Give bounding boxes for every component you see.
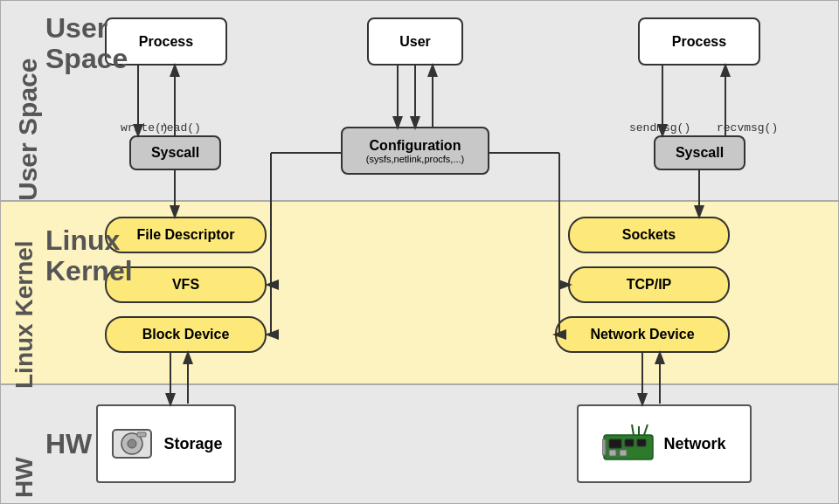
svg-line-12 — [644, 425, 648, 435]
process-right-label: Process — [672, 34, 726, 50]
user-space-label-text: UserSpace — [45, 13, 107, 74]
network-device-label: Network Device — [590, 327, 694, 342]
network-label: Network — [663, 435, 725, 453]
network-icon — [602, 422, 655, 466]
block-device-label: Block Device — [142, 327, 230, 342]
sockets-label: Sockets — [622, 227, 676, 243]
svg-rect-3 — [137, 432, 146, 437]
network-device-box: Network Device — [555, 316, 730, 353]
vfs-label: VFS — [172, 277, 199, 293]
storage-label: Storage — [163, 435, 222, 453]
network-box: Network — [577, 404, 752, 483]
syscall-left-box: Syscall — [129, 135, 221, 170]
process-right-box: Process — [638, 17, 760, 66]
syscall-right-box: Syscall — [654, 135, 745, 170]
svg-point-2 — [128, 439, 136, 448]
user-center-label: User — [399, 34, 431, 50]
storage-icon — [109, 421, 155, 466]
configuration-label: Configuration — [370, 138, 461, 154]
configuration-content: Configuration (sysfs,netlink,procfs,...) — [366, 138, 464, 164]
file-descriptor-label: File Descriptor — [136, 227, 234, 243]
svg-rect-7 — [637, 439, 646, 446]
syscall-right-label: Syscall — [676, 145, 724, 161]
kernel-label-text: LinuxKernel — [45, 225, 107, 287]
diagram: User Space Linux Kernel HW Process User … — [0, 0, 839, 504]
configuration-box: Configuration (sysfs,netlink,procfs,...) — [341, 127, 489, 175]
tcp-ip-label: TCP/IP — [627, 277, 672, 293]
block-device-box: Block Device — [105, 316, 267, 353]
svg-rect-9 — [620, 450, 627, 456]
svg-line-13 — [632, 425, 634, 435]
syscall-left-label: Syscall — [151, 145, 199, 161]
process-left-label: Process — [139, 34, 193, 50]
tcp-ip-box: TCP/IP — [568, 266, 730, 303]
user-center-box: User — [367, 17, 463, 66]
configuration-sub: (sysfs,netlink,procfs,...) — [366, 154, 464, 164]
storage-box: Storage — [96, 404, 236, 483]
svg-rect-8 — [609, 450, 616, 456]
label-user-space: User Space — [13, 9, 43, 201]
label-hw: HW — [10, 393, 38, 498]
label-kernel: Linux Kernel — [10, 214, 38, 389]
sockets-box: Sockets — [568, 217, 730, 253]
file-descriptor-box: File Descriptor — [105, 217, 267, 253]
hw-label-text: HW — [45, 428, 92, 460]
svg-rect-10 — [602, 439, 606, 455]
svg-rect-6 — [625, 439, 634, 446]
svg-rect-5 — [609, 439, 621, 448]
